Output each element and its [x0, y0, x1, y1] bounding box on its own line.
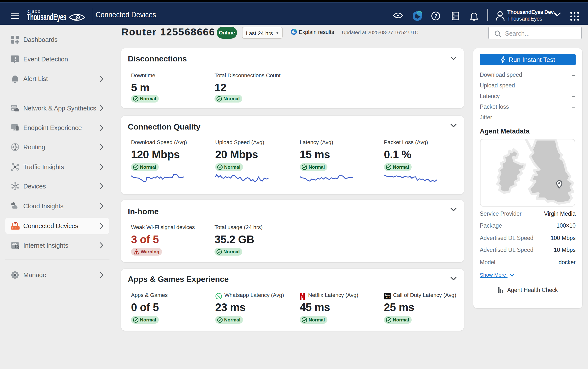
- svg-text:CALL: CALL: [385, 294, 390, 296]
- svg-text:DUTY: DUTY: [385, 296, 390, 298]
- svg-text:?: ?: [434, 13, 437, 19]
